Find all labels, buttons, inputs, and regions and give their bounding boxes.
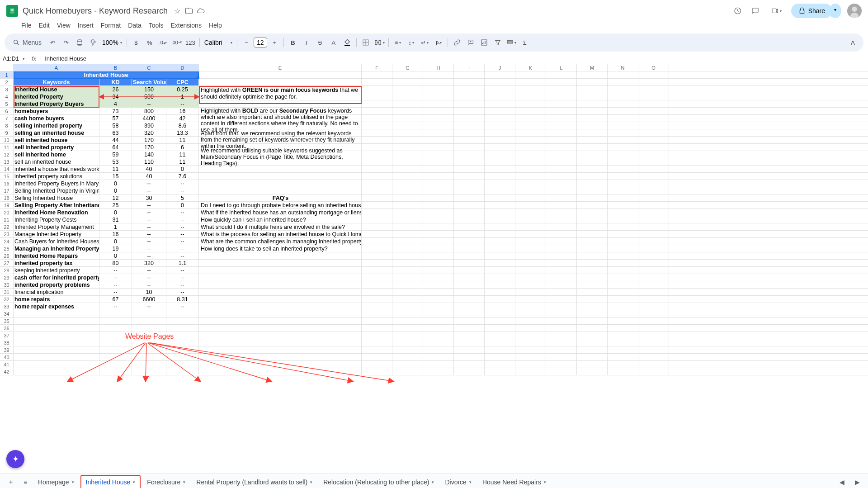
cell[interactable] — [546, 173, 577, 180]
star-icon[interactable]: ☆ — [173, 7, 181, 15]
sheet-tab-homepage[interactable]: Homepage▾ — [33, 475, 79, 488]
cell[interactable] — [515, 361, 546, 368]
rotate-button[interactable]: A▾ — [432, 36, 445, 49]
cell[interactable] — [166, 346, 199, 353]
cell[interactable]: -- — [132, 209, 166, 216]
name-box[interactable]: A1:D1 — [0, 53, 27, 64]
cell[interactable]: 8.31 — [166, 296, 199, 303]
cell[interactable] — [423, 108, 454, 114]
cell[interactable] — [546, 325, 577, 332]
cell[interactable] — [392, 245, 423, 252]
cell[interactable] — [392, 115, 423, 122]
cell[interactable]: -- — [99, 267, 132, 274]
cell[interactable] — [546, 158, 577, 165]
filter-button[interactable] — [491, 36, 504, 49]
cell[interactable] — [638, 303, 669, 310]
cell[interactable]: Inherited Home Repairs — [14, 252, 99, 259]
cell[interactable] — [546, 129, 577, 136]
cell[interactable] — [546, 238, 577, 245]
wrap-button[interactable]: ↵▾ — [419, 36, 431, 49]
cell[interactable] — [515, 238, 546, 245]
cell[interactable] — [392, 93, 423, 100]
cell[interactable] — [577, 151, 608, 158]
cell[interactable] — [362, 93, 392, 100]
cell[interactable] — [515, 144, 546, 151]
cell[interactable] — [638, 238, 669, 245]
cell[interactable]: sell an inherited house — [14, 158, 99, 165]
cell[interactable] — [577, 187, 608, 194]
cell[interactable] — [392, 173, 423, 180]
cell[interactable] — [454, 158, 485, 165]
cell[interactable] — [577, 252, 608, 259]
cell[interactable]: 7.6 — [166, 173, 199, 180]
cell[interactable] — [485, 303, 515, 310]
tab-dropdown-icon[interactable]: ▾ — [544, 480, 546, 484]
print-button[interactable] — [73, 36, 86, 49]
cell[interactable] — [392, 274, 423, 281]
cell[interactable] — [515, 86, 546, 93]
cell[interactable] — [515, 267, 546, 274]
cell[interactable]: -- — [132, 202, 166, 208]
cell[interactable]: 80 — [99, 260, 132, 266]
menu-insert[interactable]: Insert — [75, 20, 97, 31]
cell[interactable]: 40 — [132, 173, 166, 180]
cell[interactable] — [546, 209, 577, 216]
cell[interactable] — [199, 361, 362, 368]
fill-color-button[interactable] — [341, 36, 354, 49]
cell[interactable] — [577, 129, 608, 136]
cell[interactable] — [454, 303, 485, 310]
cell[interactable] — [546, 332, 577, 339]
cell[interactable] — [608, 296, 638, 303]
col-header-G[interactable]: G — [392, 64, 423, 71]
sheet-tab-rental-property-landlord-wants-to-sell-[interactable]: Rental Property (Landlord wants to sell)… — [192, 475, 317, 488]
cell[interactable] — [392, 368, 423, 375]
cell[interactable] — [392, 310, 423, 317]
cell[interactable] — [423, 209, 454, 216]
cell[interactable] — [454, 216, 485, 223]
filter-views-button[interactable]: ▾ — [505, 36, 518, 49]
cell[interactable] — [454, 231, 485, 237]
cell[interactable] — [199, 166, 362, 172]
cell[interactable]: 16 — [99, 231, 132, 237]
cell[interactable] — [515, 332, 546, 339]
row-header[interactable]: 10 — [0, 137, 14, 143]
cell[interactable] — [423, 202, 454, 208]
cell[interactable] — [392, 325, 423, 332]
cell[interactable] — [362, 368, 392, 375]
cell[interactable] — [608, 361, 638, 368]
row-header[interactable]: 5 — [0, 100, 14, 107]
cell[interactable] — [638, 332, 669, 339]
cell[interactable] — [577, 115, 608, 122]
cell[interactable]: selling inherited property — [14, 122, 99, 129]
cell[interactable] — [546, 252, 577, 259]
cell[interactable] — [515, 129, 546, 136]
cell[interactable] — [392, 129, 423, 136]
text-color-button[interactable]: A — [327, 36, 340, 49]
cell[interactable] — [515, 108, 546, 114]
cell[interactable] — [485, 325, 515, 332]
cell[interactable]: 19 — [99, 245, 132, 252]
cell[interactable] — [362, 194, 392, 201]
cell[interactable]: 800 — [132, 108, 166, 114]
cell[interactable] — [166, 325, 199, 332]
cell[interactable]: Inherited Property Management — [14, 223, 99, 230]
cell[interactable]: -- — [166, 209, 199, 216]
cell[interactable] — [608, 317, 638, 324]
header-volume[interactable]: Search Volume — [132, 79, 166, 85]
cell[interactable] — [515, 166, 546, 172]
cell[interactable] — [392, 180, 423, 187]
cell[interactable] — [515, 115, 546, 122]
cell[interactable]: cash home buyers — [14, 115, 99, 122]
cell[interactable] — [515, 122, 546, 129]
cell[interactable] — [454, 317, 485, 324]
cell[interactable] — [515, 252, 546, 259]
merged-title-cell[interactable]: Inherited House — [14, 71, 199, 78]
cell[interactable]: -- — [132, 180, 166, 187]
cell[interactable] — [362, 354, 392, 360]
cell[interactable] — [608, 252, 638, 259]
row-header[interactable]: 9 — [0, 129, 14, 136]
increase-font-button[interactable]: + — [268, 36, 281, 49]
cell[interactable]: -- — [132, 303, 166, 310]
cell[interactable] — [546, 180, 577, 187]
cell[interactable] — [392, 137, 423, 143]
